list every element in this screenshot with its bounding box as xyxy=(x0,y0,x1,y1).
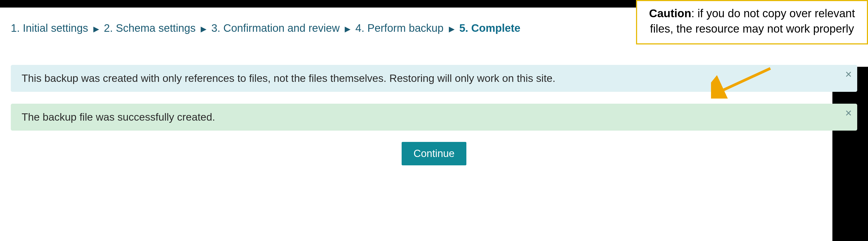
right-black-bar xyxy=(832,67,868,241)
breadcrumb-step-4[interactable]: 4. Perform backup xyxy=(355,22,444,34)
caution-callout-prefix: Caution xyxy=(649,7,691,20)
success-alert-text: The backup file was successfully created… xyxy=(22,111,215,123)
breadcrumb-step-5: 5. Complete xyxy=(459,22,521,34)
close-icon[interactable]: × xyxy=(845,107,852,119)
close-icon[interactable]: × xyxy=(845,69,852,80)
info-alert: This backup was created with only refere… xyxy=(11,65,857,92)
chevron-right-icon: ▶ xyxy=(449,25,455,33)
success-alert: The backup file was successfully created… xyxy=(11,104,857,131)
breadcrumb-step-1[interactable]: 1. Initial settings xyxy=(11,22,88,34)
continue-button[interactable]: Continue xyxy=(402,142,466,165)
chevron-right-icon: ▶ xyxy=(345,25,351,33)
caution-callout: Caution: if you do not copy over relevan… xyxy=(636,0,868,44)
breadcrumb-step-3[interactable]: 3. Confirmation and review xyxy=(212,22,340,34)
chevron-right-icon: ▶ xyxy=(201,25,207,33)
button-row: Continue xyxy=(11,142,857,165)
breadcrumb-step-2[interactable]: 2. Schema settings xyxy=(104,22,195,34)
chevron-right-icon: ▶ xyxy=(93,25,99,33)
info-alert-text: This backup was created with only refere… xyxy=(22,72,555,84)
